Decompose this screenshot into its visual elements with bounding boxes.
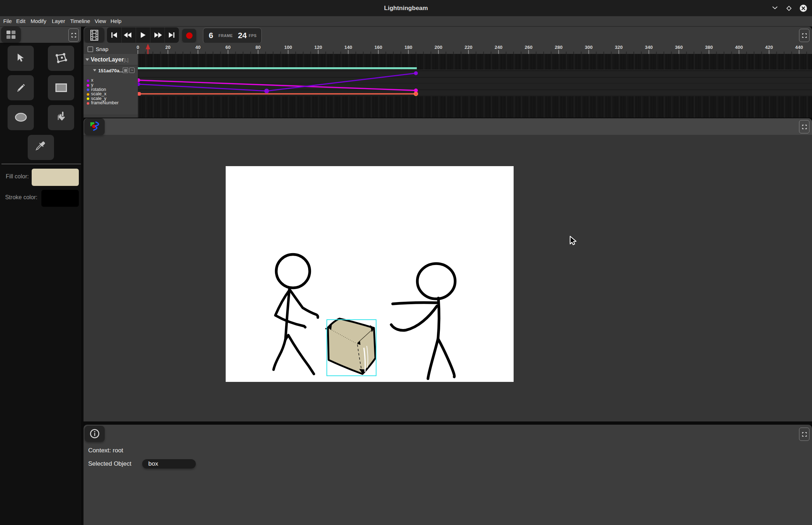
svg-text:40: 40 bbox=[195, 45, 200, 50]
svg-text:340: 340 bbox=[645, 45, 653, 50]
svg-text:300: 300 bbox=[585, 45, 593, 50]
svg-text:0: 0 bbox=[136, 45, 139, 50]
svg-text:220: 220 bbox=[465, 45, 473, 50]
svg-text:420: 420 bbox=[765, 45, 773, 50]
svg-text:200: 200 bbox=[434, 45, 442, 50]
svg-text:60: 60 bbox=[225, 45, 230, 50]
svg-text:360: 360 bbox=[675, 45, 683, 50]
svg-text:80: 80 bbox=[256, 45, 261, 50]
svg-text:160: 160 bbox=[374, 45, 382, 50]
svg-text:120: 120 bbox=[314, 45, 322, 50]
svg-text:320: 320 bbox=[615, 45, 623, 50]
svg-text:180: 180 bbox=[405, 45, 412, 50]
svg-text:380: 380 bbox=[705, 45, 713, 50]
svg-text:140: 140 bbox=[344, 45, 352, 50]
svg-text:400: 400 bbox=[735, 45, 743, 50]
svg-text:260: 260 bbox=[525, 45, 533, 50]
svg-text:440: 440 bbox=[795, 45, 803, 50]
svg-text:280: 280 bbox=[555, 45, 563, 50]
svg-text:240: 240 bbox=[495, 45, 502, 50]
svg-text:100: 100 bbox=[284, 45, 292, 50]
svg-text:20: 20 bbox=[165, 45, 170, 50]
